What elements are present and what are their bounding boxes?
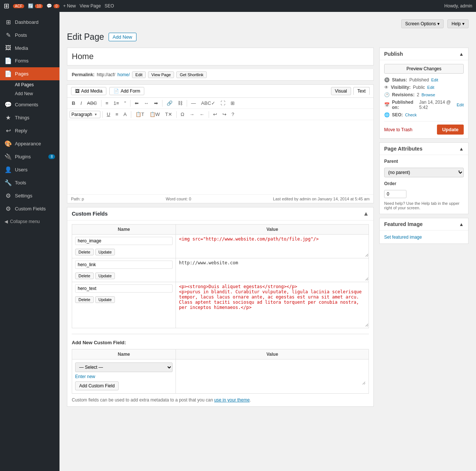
cf-update-button-1[interactable]: Update: [95, 272, 115, 279]
permalink-slug[interactable]: home/: [118, 72, 130, 77]
cf-name-input-2[interactable]: [75, 284, 173, 293]
use-in-theme-link[interactable]: use in your theme: [214, 397, 250, 403]
paragraph-select-wrapper: Paragraph Heading 1 Heading 2: [70, 111, 100, 118]
editor-content-area[interactable]: [67, 120, 373, 194]
seo-check-link[interactable]: Check: [405, 113, 416, 117]
cf-delete-button-0[interactable]: Delete: [75, 249, 94, 255]
fullscreen-button[interactable]: ⛶: [218, 99, 228, 107]
unlink-button[interactable]: ⛓: [176, 99, 185, 107]
paste-text-button[interactable]: 📋T: [133, 110, 147, 118]
parent-select[interactable]: (no parent): [384, 168, 464, 177]
revisions-browse-link[interactable]: Browse: [421, 93, 435, 97]
special-char-button[interactable]: Ω: [178, 110, 187, 118]
sidebar-item-pages[interactable]: 📄 Pages: [0, 67, 60, 80]
help-button[interactable]: Help ▾: [447, 19, 469, 28]
preview-changes-button[interactable]: Preview Changes: [384, 64, 464, 74]
underline-button[interactable]: U: [104, 110, 112, 118]
ordered-list-button[interactable]: 1≡: [111, 99, 121, 107]
enter-new-link[interactable]: Enter new: [75, 374, 173, 379]
remove-format-button[interactable]: T✕: [163, 110, 174, 118]
view-page-button[interactable]: View Page: [148, 71, 174, 78]
add-media-button[interactable]: 🖼 Add Media: [71, 87, 106, 95]
paragraph-select[interactable]: Paragraph Heading 1 Heading 2: [70, 111, 100, 118]
custom-fields-toggle-icon[interactable]: ▲: [363, 210, 369, 217]
italic-button[interactable]: I: [78, 99, 84, 107]
update-button[interactable]: Update: [437, 125, 464, 135]
page-attributes-toggle-icon[interactable]: ▲: [459, 146, 464, 152]
sidebar-item-dashboard[interactable]: ⊞ Dashboard: [0, 16, 60, 29]
cf-value-textarea-2[interactable]: <p><strong>Duis aliquet egestas</strong>…: [176, 282, 369, 327]
align-right-button[interactable]: ➡: [152, 99, 160, 107]
add-form-button[interactable]: 📄 Add Form: [109, 87, 144, 95]
indent-button[interactable]: →: [187, 110, 197, 118]
permalink-edit-button[interactable]: Edit: [132, 71, 146, 78]
cf-value-textarea-0[interactable]: <img src="http://www.website.com/path/to…: [176, 235, 369, 257]
sidebar-item-tools[interactable]: 🔧 Tools: [0, 176, 60, 189]
add-custom-field-button[interactable]: Add Custom Field: [75, 381, 119, 390]
updates-menu-item[interactable]: 🔄 10: [28, 3, 43, 9]
cf-name-input-1[interactable]: [75, 261, 173, 269]
sidebar-item-posts[interactable]: ✎ Posts: [0, 29, 60, 42]
cf-delete-button-2[interactable]: Delete: [75, 296, 94, 303]
spellcheck-button[interactable]: ABC✓: [199, 99, 218, 107]
seo-btn[interactable]: SEO: [104, 3, 114, 9]
view-page-btn[interactable]: View Page: [80, 3, 101, 9]
cf-update-button-2[interactable]: Update: [95, 296, 115, 303]
align-left-button[interactable]: ⬅: [132, 99, 141, 107]
cf-value-textarea-1[interactable]: http://www.website.com: [176, 258, 369, 281]
outdent-button[interactable]: ←: [197, 110, 207, 118]
wp-logo[interactable]: ⊞: [4, 2, 9, 10]
get-shortlink-button[interactable]: Get Shortlink: [176, 71, 207, 78]
unordered-list-button[interactable]: ≡: [103, 99, 111, 107]
bold-button[interactable]: B: [70, 99, 77, 107]
insert-more-button[interactable]: —: [189, 99, 198, 107]
sidebar-item-things[interactable]: ★ Things: [0, 111, 60, 124]
text-color-button[interactable]: A: [121, 110, 129, 118]
dashboard-icon: ⊞: [4, 19, 12, 26]
set-featured-image-link[interactable]: Set featured image: [384, 235, 422, 240]
sidebar-item-reply[interactable]: ↩ Reply: [0, 124, 60, 137]
cf-update-button-0[interactable]: Update: [95, 249, 115, 255]
admin-bar: ⊞ ACF 🔄 10 💬 0 + New View Page SEO Howdy…: [0, 0, 476, 12]
sidebar-item-appearance[interactable]: 🎨 Appearance: [0, 137, 60, 150]
cf-name-input-0[interactable]: [75, 237, 173, 245]
strikethrough-button[interactable]: ABC: [85, 99, 99, 107]
align-center-button[interactable]: ↔: [142, 99, 151, 107]
published-edit-link[interactable]: Edit: [457, 103, 464, 107]
add-new-button[interactable]: Add New: [109, 33, 136, 41]
paste-word-button[interactable]: 📋W: [147, 110, 162, 118]
new-cf-select[interactable]: — Select — hero_image hero_link hero_tex…: [75, 362, 173, 372]
sidebar-subitem-all-pages[interactable]: All Pages: [12, 80, 60, 89]
redo-button[interactable]: ↪: [220, 110, 229, 118]
blockquote-button[interactable]: ": [122, 99, 128, 107]
help-toolbar-button[interactable]: ?: [229, 110, 237, 118]
collapse-menu-btn[interactable]: ◀ Collapse menu: [0, 215, 60, 228]
undo-button[interactable]: ↩: [211, 110, 219, 118]
sidebar-item-custom-fields[interactable]: ⚙ Custom Fields: [0, 202, 60, 215]
comments-menu-item[interactable]: 💬 0: [46, 3, 60, 9]
acf-menu-item[interactable]: ACF: [13, 4, 24, 8]
sidebar-item-media[interactable]: 🖼 Media: [0, 42, 60, 54]
sidebar-subitem-add-new[interactable]: Add New: [12, 89, 60, 98]
visual-tab[interactable]: Visual: [331, 87, 351, 95]
move-to-trash-link[interactable]: Move to Trash: [384, 127, 412, 132]
sidebar-item-users[interactable]: 👤 Users: [0, 163, 60, 176]
sidebar-item-plugins[interactable]: 🔌 Plugins 8: [0, 150, 60, 163]
sidebar-item-settings[interactable]: ⚙ Settings: [0, 189, 60, 202]
status-edit-link[interactable]: Edit: [431, 78, 438, 82]
publish-toggle-icon[interactable]: ▲: [459, 51, 464, 57]
link-button[interactable]: 🔗: [164, 99, 175, 107]
table-button[interactable]: ⊞: [228, 99, 237, 107]
new-cf-value-textarea[interactable]: [179, 362, 366, 385]
cf-delete-button-1[interactable]: Delete: [75, 272, 94, 279]
text-tab[interactable]: Text: [353, 87, 370, 95]
sidebar-item-forms[interactable]: 📄 Forms: [0, 54, 60, 67]
justify-button[interactable]: ≡: [113, 110, 120, 118]
sidebar-item-comments[interactable]: 💬 Comments: [0, 98, 60, 111]
visibility-edit-link[interactable]: Edit: [427, 85, 434, 90]
new-content-btn[interactable]: + New: [63, 3, 76, 9]
custom-fields-header[interactable]: Custom Fields ▲: [67, 207, 373, 220]
order-input[interactable]: [384, 190, 406, 198]
featured-image-toggle-icon[interactable]: ▲: [459, 222, 464, 227]
screen-options-button[interactable]: Screen Options ▾: [401, 19, 444, 28]
